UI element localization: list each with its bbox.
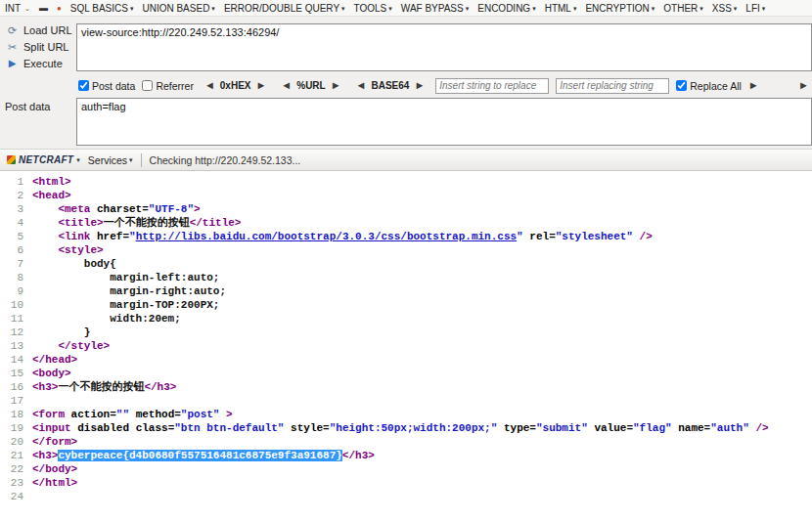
status-dot-icon[interactable]: ● [57,4,62,13]
code-tag: </form> [32,436,77,448]
menubar-item-other[interactable]: OTHER▾ [663,3,703,14]
base64-decode-arrow-icon[interactable]: ◄ [356,80,367,91]
source-line-code: <form action="" method="post" > [32,408,233,421]
replace-all-toggle[interactable]: Replace All [676,80,742,92]
source-line: 19<input disabled class="btn btn-default… [0,421,812,435]
split-url-button[interactable]: ✂ Split URL [4,40,74,54]
code-tag: > [194,203,201,215]
menubar-item-html[interactable]: HTML▾ [545,3,577,14]
line-number: 24 [0,490,23,503]
code-attribute: action= [71,409,116,420]
source-line-code: <input disabled class="btn btn-default" … [32,421,769,435]
chevron-down-icon: ▾ [532,5,536,12]
menubar-item-union-based[interactable]: UNION BASED▾ [142,3,214,14]
code-text [32,217,58,229]
referrer-toggle[interactable]: Referrer [142,80,194,92]
source-line-code: </form> [32,435,77,449]
int-menu[interactable]: INT ⌄ [5,3,30,14]
source-line-code: margin-right:auto; [32,284,226,298]
menubar-item-label: OTHER [663,3,698,14]
line-number: 23 [0,476,23,490]
post-data-toggle[interactable]: Post data [78,80,135,92]
options-more-arrow-icon[interactable]: ► [798,80,809,91]
netcraft-logo-icon [7,155,16,164]
encoder-base64: ◄ BASE64 ► [356,80,426,91]
menubar-item-label: ENCRYPTION [585,3,649,14]
netcraft-toolbar: NETCRAFT ▾ Services ▾ Checking http://22… [0,150,812,171]
base64-encode-arrow-icon[interactable]: ► [414,80,425,91]
menubar-item-label: ENCODING [477,3,530,14]
code-tag: </html> [32,477,77,489]
source-line: 3 <meta charset="UTF-8"> [0,202,812,216]
menubar-item-tools[interactable]: TOOLS▾ [354,3,392,14]
menubar-item-xss[interactable]: XSS▾ [712,3,738,14]
execute-button[interactable]: ▶ Execute [4,57,74,70]
url-encode-arrow-icon[interactable]: ► [331,80,341,91]
source-line: 11 width:20em; [0,312,812,326]
post-data-area: auth=flag [76,98,812,146]
code-attr-value: "auth" [710,422,749,434]
code-tag: <title> [58,217,103,229]
replace-to-input[interactable] [556,78,669,94]
referrer-checkbox[interactable] [142,80,153,91]
code-text: 一个不能按的按钮 [58,381,144,393]
load-url-button[interactable]: ⟳ Load URL [4,23,74,37]
line-number: 11 [0,312,23,326]
source-line: 5 <link href="http://libs.baidu.com/boot… [0,230,812,243]
netcraft-services-menu[interactable]: Services ▾ [88,154,133,166]
code-tag: <style> [58,244,103,256]
source-line-code: </head> [32,353,77,367]
load-url-icon: ⟳ [6,25,19,36]
line-number: 10 [0,298,23,312]
source-line: 20</form> [0,435,812,449]
netcraft-logo[interactable]: NETCRAFT ▾ [7,154,80,165]
encoder-0xhex: ◄ 0xHEX ► [204,80,266,91]
chevron-down-icon: ▾ [388,5,392,12]
menubar-item-waf-bypass[interactable]: WAF BYPASS▾ [401,3,469,14]
chevron-down-icon: ▾ [211,5,215,12]
replace-from-input[interactable] [435,78,549,94]
source-line: 8 margin-left:auto; [0,271,812,284]
source-line-code: <meta charset="UTF-8"> [32,202,201,216]
source-line-code: <head> [32,189,71,202]
url-input[interactable]: view-source:http://220.249.52.133:46294/ [76,23,812,71]
source-link[interactable]: http://libs.baidu.com/bootstrap/3.0.3/cs… [136,231,517,242]
replace-apply-arrow-icon[interactable]: ► [748,80,759,91]
post-data-checkbox[interactable] [78,80,89,91]
netcraft-services-label: Services [88,154,127,166]
menubar-item-lfi[interactable]: LFI▾ [745,3,765,14]
code-text [32,340,58,352]
source-line-code: width:20em; [32,312,181,326]
line-number: 8 [0,271,23,284]
execute-label: Execute [23,58,63,69]
hex-encode-arrow-icon[interactable]: ► [255,80,266,91]
replace-all-checkbox[interactable] [676,80,687,91]
dash-icon[interactable]: ▬ [39,3,48,13]
source-line: 12 } [0,326,812,339]
menubar-item-error-double-query[interactable]: ERROR/DOUBLE QUERY▾ [224,3,345,14]
line-number: 9 [0,284,23,298]
chevron-down-icon: ▾ [129,156,133,163]
line-number: 14 [0,353,23,367]
url-decode-arrow-icon[interactable]: ◄ [281,80,292,91]
menubar-item-sql-basics[interactable]: SQL BASICS▾ [70,3,134,14]
menubar-item-encoding[interactable]: ENCODING▾ [477,3,535,14]
code-attr-value: " [517,231,523,242]
code-text: } [32,326,90,338]
code-tag: /> [749,422,769,434]
menubar-item-label: SQL BASICS [70,3,128,14]
code-tag: <link [58,231,97,242]
source-line: 10 margin-TOP:200PX; [0,298,812,312]
code-attribute: name= [678,422,710,434]
code-attribute: style= [291,422,330,434]
code-text: margin-left:auto; [32,272,219,283]
post-data-input[interactable]: auth=flag [76,98,812,146]
menubar-item-encryption[interactable]: ENCRYPTION▾ [585,3,654,14]
encoder-url: ◄ %URL ► [281,80,340,91]
source-line-code: </html> [32,476,77,490]
hex-decode-arrow-icon[interactable]: ◄ [204,80,215,91]
flag-highlight: cyberpeace{d4b0680f557516481c6875e9f3a91… [58,450,341,461]
code-tag: </h3> [342,450,375,461]
chevron-down-icon: ▾ [130,5,134,12]
line-number: 4 [0,216,23,230]
